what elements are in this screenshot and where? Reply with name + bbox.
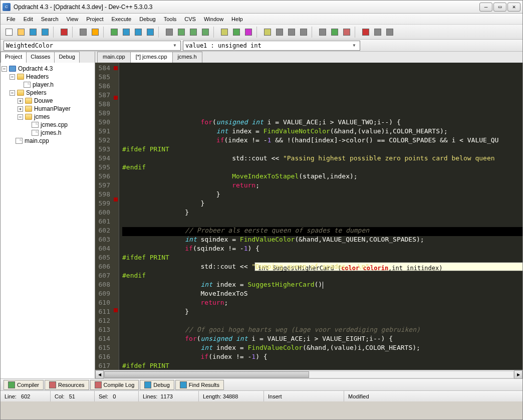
- stop-button[interactable]: [341, 27, 352, 38]
- output-tab-compiler[interactable]: Compiler: [4, 380, 44, 390]
- code-line[interactable]: }: [122, 190, 522, 199]
- profile-button[interactable]: [243, 27, 254, 38]
- chart-button[interactable]: [329, 27, 340, 38]
- print-button[interactable]: [78, 27, 89, 38]
- class-dropdown[interactable]: WeightedColor ▼: [4, 41, 181, 51]
- run-button[interactable]: [188, 27, 199, 38]
- tree-folder-headers[interactable]: − Headers: [2, 73, 94, 81]
- code-line[interactable]: int index = FindValueNotColor(&hand,(val…: [122, 127, 522, 136]
- code-line[interactable]: MoveIndexToStapel(stapel,index);: [122, 172, 522, 181]
- tree-folder-humanplayer[interactable]: + HumanPlayer: [2, 105, 94, 113]
- output-tab-compilelog[interactable]: Compile Log: [90, 380, 139, 390]
- tree-folder-spelers[interactable]: − Spelers: [2, 89, 94, 97]
- tree-file[interactable]: main.cpp: [2, 137, 94, 145]
- menu-view[interactable]: View: [63, 15, 83, 23]
- redo-button[interactable]: [109, 27, 120, 38]
- menu-cvs[interactable]: CVS: [180, 15, 200, 23]
- collapse-icon[interactable]: −: [2, 66, 7, 72]
- side-tab-classes[interactable]: Classes: [26, 52, 55, 63]
- menu-debug[interactable]: Debug: [135, 15, 159, 23]
- tree-folder-jcmes[interactable]: − jcmes: [2, 113, 94, 121]
- compile-button[interactable]: [176, 27, 187, 38]
- output-tab-resources[interactable]: Resources: [45, 380, 89, 390]
- menu-execute[interactable]: Execute: [107, 15, 135, 23]
- menu-project[interactable]: Project: [82, 15, 107, 23]
- code-line[interactable]: std::cout << "Dumping queen of spades...…: [122, 262, 522, 271]
- menu-file[interactable]: File: [3, 15, 20, 23]
- code-line[interactable]: // Of gooi hoge hearts weg (Lage voor ve…: [122, 325, 522, 334]
- code-line[interactable]: int index = SuggestHigherCard(): [122, 280, 522, 289]
- code-content[interactable]: int SuggestHigherCard (color colorin,int…: [119, 63, 522, 370]
- window1-button[interactable]: [262, 27, 273, 38]
- code-line[interactable]: #ifdef PRINT: [122, 145, 522, 154]
- code-line[interactable]: #ifdef PRINT: [122, 361, 522, 370]
- rebuild-button[interactable]: [219, 27, 230, 38]
- window3-button[interactable]: [286, 27, 297, 38]
- editor-tab[interactable]: jcmes.h: [172, 52, 202, 63]
- debug-start-button[interactable]: [231, 27, 242, 38]
- stepout-button[interactable]: [384, 27, 395, 38]
- code-line[interactable]: [122, 316, 522, 325]
- code-line[interactable]: MoveIndexToS: [122, 289, 522, 298]
- undo-button[interactable]: [90, 27, 101, 38]
- new-button[interactable]: [4, 27, 15, 38]
- fold-marker[interactable]: [114, 96, 118, 100]
- fold-marker[interactable]: [114, 308, 118, 312]
- editor-tab[interactable]: [*] jcmes.cpp: [130, 52, 173, 63]
- saveall-button[interactable]: [40, 27, 51, 38]
- step-button[interactable]: [360, 27, 371, 38]
- maximize-button[interactable]: ▭: [493, 3, 506, 12]
- code-line[interactable]: int sqindex = FindValueColor(&hand,VALUE…: [122, 235, 522, 244]
- code-line[interactable]: }: [122, 208, 522, 217]
- code-line[interactable]: for(unsigned int i = VALUE_ACE;i > VALUE…: [122, 334, 522, 343]
- code-line[interactable]: #endif: [122, 163, 522, 172]
- code-line[interactable]: #endif: [122, 271, 522, 280]
- scroll-thumb[interactable]: [104, 371, 309, 378]
- tree-file[interactable]: player.h: [2, 81, 94, 89]
- collapse-icon[interactable]: −: [18, 114, 23, 120]
- open-button[interactable]: [16, 27, 27, 38]
- findnext-button[interactable]: [145, 27, 156, 38]
- code-line[interactable]: if(index != -1) {: [122, 352, 522, 361]
- code-line[interactable]: for(unsigned int i = VALUE_ACE;i > VALUE…: [122, 118, 522, 127]
- scroll-right-button[interactable]: ▶: [514, 370, 522, 379]
- code-line[interactable]: return;: [122, 181, 522, 190]
- scroll-left-button[interactable]: ◀: [95, 370, 104, 379]
- code-line[interactable]: #ifdef PRINT: [122, 253, 522, 262]
- scroll-track[interactable]: [104, 371, 514, 378]
- menu-search[interactable]: Search: [37, 15, 63, 23]
- code-line[interactable]: // Probeer als eerste queen of spades te…: [122, 226, 522, 235]
- project-tree[interactable]: − Opdracht 4.3 − Headers player.h − Spel…: [1, 63, 95, 378]
- minimize-button[interactable]: —: [479, 3, 492, 12]
- tree-file[interactable]: jcmes.h: [2, 129, 94, 137]
- stepover-button[interactable]: [372, 27, 383, 38]
- fold-marker[interactable]: [114, 197, 118, 201]
- fold-gutter[interactable]: [112, 63, 119, 370]
- side-tab-project[interactable]: Project: [1, 52, 27, 63]
- code-line[interactable]: return;: [122, 298, 522, 307]
- code-line[interactable]: std::cout << "Passing highest possible z…: [122, 154, 522, 163]
- check-button[interactable]: [317, 27, 328, 38]
- collapse-icon[interactable]: −: [10, 90, 15, 96]
- code-line[interactable]: if(sqindex != -1) {: [122, 244, 522, 253]
- close-button[interactable]: ✕: [507, 3, 520, 12]
- menu-help[interactable]: Help: [227, 15, 247, 23]
- expand-icon[interactable]: +: [18, 106, 23, 112]
- side-tab-debug[interactable]: Debug: [54, 52, 79, 63]
- editor-tab[interactable]: main.cpp: [97, 52, 131, 63]
- code-line[interactable]: [122, 217, 522, 226]
- menu-tools[interactable]: Tools: [160, 15, 181, 23]
- window4-button[interactable]: [298, 27, 309, 38]
- tree-root[interactable]: − Opdracht 4.3: [2, 65, 94, 73]
- member-dropdown[interactable]: value1 : unsigned int ▼: [183, 41, 360, 51]
- horizontal-scrollbar[interactable]: ◀ ▶: [95, 370, 522, 378]
- menu-edit[interactable]: Edit: [20, 15, 37, 23]
- close-button[interactable]: [59, 27, 70, 38]
- output-tab-debug[interactable]: Debug: [140, 380, 174, 390]
- code-line[interactable]: int index = FindValueColor(&hand,(value)…: [122, 343, 522, 352]
- code-line[interactable]: }: [122, 199, 522, 208]
- code-line[interactable]: }: [122, 307, 522, 316]
- output-tab-find[interactable]: Find Results: [175, 380, 224, 390]
- tree-file[interactable]: jcmes.cpp: [2, 121, 94, 129]
- goto-button[interactable]: [164, 27, 175, 38]
